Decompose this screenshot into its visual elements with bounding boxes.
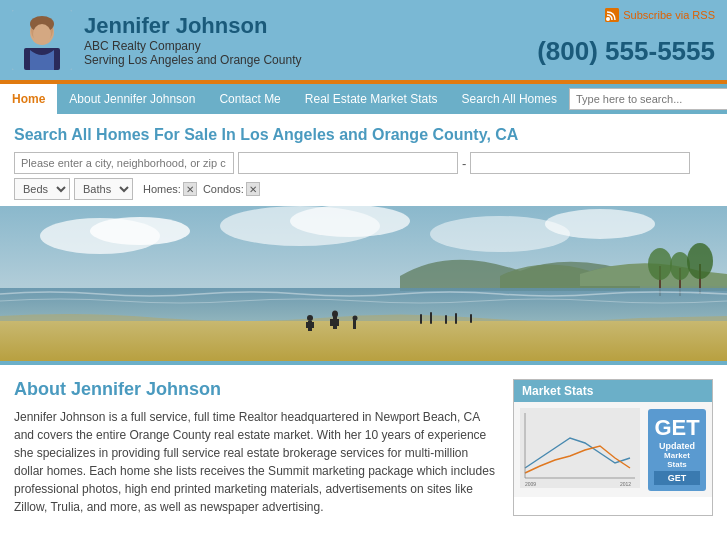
- svg-text:2012: 2012: [620, 481, 631, 487]
- svg-point-27: [332, 311, 338, 318]
- price-dash: -: [462, 156, 466, 171]
- svg-rect-22: [0, 321, 727, 361]
- svg-point-12: [290, 206, 410, 237]
- baths-select[interactable]: Baths 1+2+3+: [74, 178, 133, 200]
- avatar: [12, 10, 72, 70]
- market-stats-box: Market Stats 2009 2012 GET Updat: [513, 379, 713, 516]
- svg-rect-29: [330, 319, 333, 326]
- svg-point-16: [648, 248, 672, 280]
- nav-search-all-homes[interactable]: Search All Homes: [450, 84, 569, 114]
- svg-point-20: [687, 243, 713, 279]
- header-name: Jennifer Johnson: [84, 13, 301, 39]
- svg-rect-32: [353, 320, 356, 329]
- get-badge[interactable]: GET Updated Market Stats GET: [648, 409, 706, 491]
- search-title: Search All Homes For Sale In Los Angeles…: [14, 126, 713, 144]
- get-sub-text: Market Stats: [654, 451, 700, 469]
- svg-rect-37: [470, 314, 472, 323]
- market-stats-content: 2009 2012 GET Updated Market Stats GET: [514, 402, 712, 497]
- rss-icon: [605, 8, 619, 22]
- nav-market-stats[interactable]: Real Estate Market Stats: [293, 84, 450, 114]
- search-bar: Min $ - Max $ Beds 1+2+3+4+ Baths 1+2+3+…: [14, 152, 713, 200]
- homes-label: Homes: ✕: [143, 182, 197, 196]
- market-stats-header: Market Stats: [514, 380, 712, 402]
- search-section: Search All Homes For Sale In Los Angeles…: [0, 114, 727, 206]
- condos-label: Condos: ✕: [203, 182, 260, 196]
- get-updated-text: Updated: [654, 441, 700, 451]
- header-text: Jennifer Johnson ABC Realty Company Serv…: [84, 13, 301, 67]
- get-button[interactable]: GET: [654, 471, 700, 485]
- nav-about[interactable]: About Jennifer Johnson: [57, 84, 207, 114]
- svg-point-31: [353, 316, 358, 321]
- svg-point-18: [670, 252, 690, 280]
- svg-rect-36: [455, 313, 457, 324]
- about-section: About Jennifer Johnson Jennifer Johnson …: [0, 365, 727, 530]
- about-title: About Jennifer Johnson: [14, 379, 499, 400]
- beds-select[interactable]: Beds 1+2+3+4+: [14, 178, 70, 200]
- svg-rect-25: [306, 322, 309, 328]
- svg-point-7: [606, 17, 610, 21]
- header: Jennifer Johnson ABC Realty Company Serv…: [0, 0, 727, 80]
- svg-rect-30: [336, 319, 339, 326]
- get-big-text: GET: [654, 415, 700, 441]
- condos-checkbox-x[interactable]: ✕: [246, 182, 260, 196]
- rss-link[interactable]: Subscribe via RSS: [537, 8, 715, 22]
- svg-point-14: [545, 209, 655, 239]
- nav-search-box: [569, 88, 727, 110]
- nav-contact[interactable]: Contact Me: [207, 84, 292, 114]
- city-input[interactable]: [14, 152, 234, 174]
- phone-number: (800) 555-5555: [537, 36, 715, 67]
- min-price-input[interactable]: Min $: [238, 152, 458, 174]
- hero-image: [0, 206, 727, 361]
- svg-rect-33: [420, 314, 422, 324]
- property-type-group: Homes: ✕ Condos: ✕: [143, 182, 260, 196]
- svg-rect-26: [311, 322, 314, 328]
- homes-checkbox-x[interactable]: ✕: [183, 182, 197, 196]
- svg-point-23: [307, 315, 313, 321]
- market-stats-chart: 2009 2012: [520, 408, 640, 491]
- about-left: About Jennifer Johnson Jennifer Johnson …: [14, 379, 499, 516]
- svg-text:2009: 2009: [525, 481, 536, 487]
- svg-point-10: [90, 217, 190, 245]
- header-right: Subscribe via RSS (800) 555-5555: [537, 8, 715, 67]
- about-text: Jennifer Johnson is a full service, full…: [14, 408, 499, 516]
- header-serving: Serving Los Angeles and Orange County: [84, 53, 301, 67]
- nav-home[interactable]: Home: [0, 84, 57, 114]
- main-nav: Home About Jennifer Johnson Contact Me R…: [0, 84, 727, 114]
- svg-rect-35: [445, 315, 447, 324]
- rss-label: Subscribe via RSS: [623, 9, 715, 21]
- max-price-input[interactable]: Max $: [470, 152, 690, 174]
- header-company: ABC Realty Company: [84, 39, 301, 53]
- svg-rect-38: [520, 408, 640, 488]
- svg-point-5: [33, 24, 51, 44]
- svg-rect-34: [430, 312, 432, 324]
- nav-search-input[interactable]: [570, 93, 727, 105]
